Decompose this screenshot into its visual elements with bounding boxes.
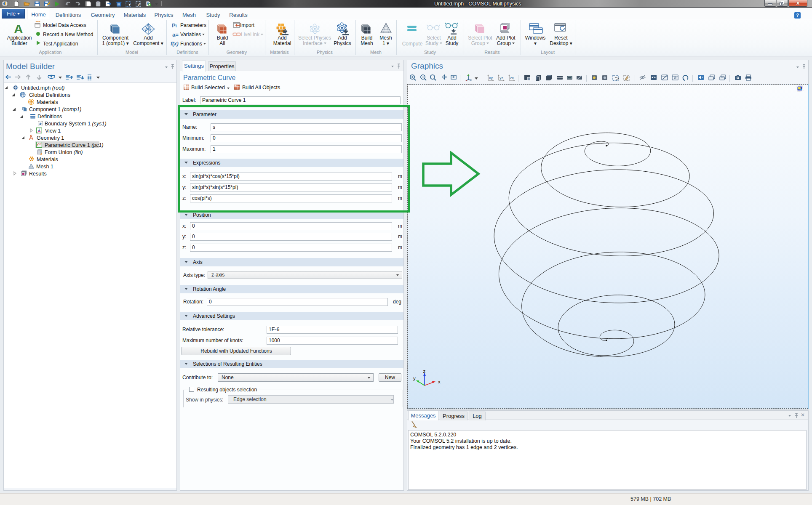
svg-text:x: x: [438, 379, 441, 384]
svg-text:yz: yz: [499, 76, 504, 80]
svg-text:z: z: [423, 369, 426, 374]
svg-text:y: y: [413, 376, 416, 381]
svg-text:zx: zx: [510, 76, 514, 80]
svg-text:xy: xy: [489, 76, 493, 80]
